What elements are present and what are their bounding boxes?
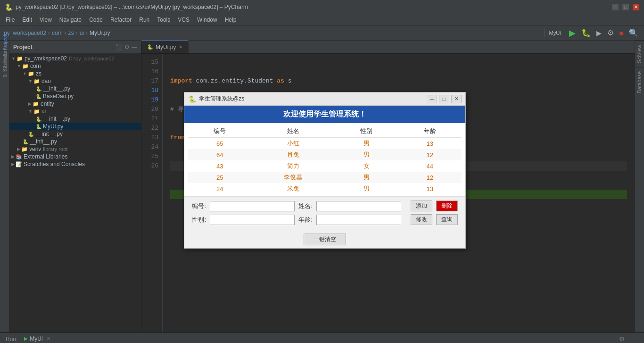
age-input[interactable] [316,215,401,225]
dialog-title-text: 学生管理系统@zs [199,95,244,103]
dialog-form: 编号: 姓名: 添加 删除 性别: 年龄: 修改 查询 [184,196,465,232]
table-row[interactable]: 64肖兔男12 [188,149,462,160]
line-num-25: 25 [149,152,158,161]
run-button[interactable]: ▶ [567,27,578,39]
dialog-welcome-text: 欢迎使用学生管理系统！ [188,109,462,119]
breadcrumb-ui[interactable]: ui [80,30,84,36]
name-input[interactable] [316,201,401,211]
modify-button[interactable]: 修改 [411,214,432,225]
tree-label-ui-init: __init__.py [43,116,70,122]
line-num-22: 22 [149,124,158,133]
editor-tab-myui[interactable]: 🐍 MyUi.py ✕ [141,40,189,53]
tree-item-root[interactable]: ▼ 📁 py_workspace02 D:\py_workspace02 [9,55,141,62]
table-cell-3-0: 25 [188,172,252,183]
bottom-tab-myui[interactable]: ▶ MyUi ✕ [19,334,55,343]
line-num-21: 21 [149,114,158,124]
debug-button[interactable]: 🐛 [579,27,593,38]
table-row[interactable]: 24米兔男13 [188,183,462,194]
delete-button[interactable]: 删除 [436,201,458,211]
clear-button[interactable]: 一键清空 [304,234,346,245]
stop-button[interactable]: ■ [618,28,625,38]
breadcrumb-file[interactable]: MyUi.py [90,30,110,36]
tree-item-venv[interactable]: ▶ 📁 venv library root [9,145,141,153]
tree-arrow-scratches: ▶ [11,162,15,167]
dialog-minimize-button[interactable]: ─ [427,95,437,103]
table-cell-1-2: 男 [335,149,398,160]
tree-item-init2[interactable]: 🐍 __init__.py [9,130,141,138]
tree-item-dao-init[interactable]: 🐍 __init__.py [9,85,141,92]
add-button[interactable]: 添加 [411,201,432,211]
dialog-window-controls[interactable]: ─ □ ✕ [427,95,462,103]
scroll-from-source-icon[interactable]: ⬛ [116,44,123,50]
tree-item-myui[interactable]: 🐍 MyUi.py [9,123,141,130]
menu-file[interactable]: File [2,16,18,24]
menu-code[interactable]: Code [85,16,107,24]
tree-label-init2: __init__.py [35,131,63,137]
bottom-settings-button[interactable]: ⚙ [617,335,627,343]
maximize-button[interactable]: □ [622,4,629,10]
dialog-close-button[interactable]: ✕ [451,95,462,103]
sidebar-structure-toggle[interactable]: 3: Structure [0,59,9,69]
id-input[interactable] [210,201,295,211]
breadcrumb-project[interactable]: py_workspace02 [4,30,46,36]
tab-icon-myui: 🐍 [147,44,153,50]
menu-navigate[interactable]: Navigate [56,16,85,24]
title-left: 🐍 py_workspace02 [D:\py_workspace02] – .… [5,3,248,11]
profile-button[interactable]: ⚙ [605,27,616,38]
menu-help[interactable]: Help [221,16,240,24]
bottom-collapse-button[interactable]: — [630,335,640,343]
table-cell-1-3: 12 [398,149,462,160]
menu-edit[interactable]: Edit [18,16,36,24]
folder-icon-ui: 📁 [33,109,40,115]
tree-item-com[interactable]: ▼ 📁 com [9,62,141,70]
right-tab-sciview[interactable]: SciView [635,41,644,67]
tab-close-myui[interactable]: ✕ [179,44,182,50]
table-row[interactable]: 43简力女44 [188,160,462,172]
tree-item-dao[interactable]: ▼ 📁 dao [9,77,141,85]
collapse-panel-icon[interactable]: — [132,44,137,50]
dialog-maximize-button[interactable]: □ [439,95,449,103]
gender-input[interactable] [210,215,295,225]
tree-item-entity[interactable]: ▶ 📁 entity [9,100,141,108]
tree-item-scratches[interactable]: ▶ 📝 Scratches and Consoles [9,160,141,168]
table-row[interactable]: 65小红男13 [188,138,462,150]
menu-vcs[interactable]: VCS [174,16,193,24]
search-everywhere-button[interactable]: 🔍 [627,27,640,38]
tree-item-ui-init[interactable]: 🐍 __init__.py [9,115,141,123]
menu-refactor[interactable]: Refactor [107,16,135,24]
menu-view[interactable]: View [36,16,56,24]
tree-label-external: External Libraries [24,153,67,160]
col-id: 编号 [188,125,252,138]
minimize-button[interactable]: ─ [612,4,619,10]
window-controls[interactable]: ─ □ ✕ [612,4,639,10]
table-cell-4-3: 13 [398,183,462,194]
menu-tools[interactable]: Tools [153,16,174,24]
table-cell-1-0: 64 [188,149,252,160]
line-num-18: 18 [149,86,158,95]
project-tree: ▼ 📁 py_workspace02 D:\py_workspace02 ▼ 📁… [9,54,141,332]
run-config-selector[interactable]: MyUi [545,29,565,37]
close-button[interactable]: ✕ [633,4,639,10]
form-row-2: 性别: 年龄: 修改 查询 [192,214,458,225]
gear-icon[interactable]: ⚙ [124,44,130,50]
left-side-icons: 1: Project 2: Favorites 3: Structure [0,41,9,332]
menu-run[interactable]: Run [135,16,153,24]
tree-item-ui[interactable]: ▼ 📁 ui [9,108,141,115]
right-tab-database[interactable]: Database [635,67,644,97]
tree-item-external[interactable]: ▶ 📚 External Libraries [9,153,141,160]
breadcrumb-com[interactable]: com [52,30,63,36]
menu-window[interactable]: Window [193,16,221,24]
line-num-19: 19 [149,95,158,105]
tree-item-init3[interactable]: 🐍 __init__.py [9,138,141,145]
bottom-panel: Run: ▶ MyUi ✕ ⚙ — ▶ ■ ↑ ↓ D:\py_workspac… [0,332,644,343]
new-file-icon[interactable]: + [110,44,114,50]
query-button[interactable]: 查询 [436,214,458,225]
tree-item-zs[interactable]: ▼ 📁 zs [9,70,141,77]
table-cell-2-0: 43 [188,160,252,172]
breadcrumb-zs[interactable]: zs [68,30,74,36]
line-num-20: 20 [149,105,158,114]
table-row[interactable]: 25李俊基男12 [188,172,462,183]
run-coverage-button[interactable]: ▶ [594,28,603,38]
tree-item-basedao[interactable]: 🐍 BaseDao.py [9,92,141,100]
bottom-tab-close-myui[interactable]: ✕ [47,336,50,341]
